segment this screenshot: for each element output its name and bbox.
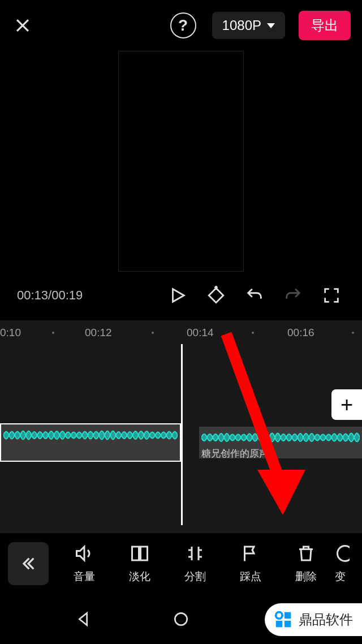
tool-fade[interactable]: 淡化 — [112, 543, 167, 584]
add-clip-button[interactable]: + — [331, 389, 362, 420]
preview-area — [0, 51, 362, 272]
close-button[interactable] — [11, 14, 34, 37]
ruler-dot — [52, 332, 54, 334]
video-preview[interactable] — [118, 51, 244, 272]
tool-delete[interactable]: 删除 — [278, 543, 334, 584]
ruler-dot — [152, 332, 154, 334]
svg-rect-9 — [285, 612, 291, 619]
waveform-icon — [3, 427, 178, 444]
nav-back-button[interactable] — [70, 606, 96, 632]
ruler-tick: 00:12 — [85, 327, 112, 339]
toolbar-back-button[interactable] — [8, 542, 49, 585]
watermark-logo-icon — [273, 609, 294, 630]
ruler-dot — [252, 332, 254, 334]
tool-beat[interactable]: 踩点 — [223, 543, 278, 584]
tool-volume[interactable]: 音量 — [57, 543, 112, 584]
clip-title: 糖兄创作的原声 — [201, 447, 269, 460]
undo-button[interactable] — [241, 282, 268, 309]
chevron-down-icon — [267, 23, 275, 28]
svg-point-6 — [175, 613, 187, 625]
fullscreen-button[interactable] — [318, 282, 345, 309]
help-button[interactable]: ? — [170, 12, 196, 38]
timeline-area[interactable]: + 糖兄创作的原声 — [0, 344, 362, 548]
nav-home-button[interactable] — [168, 606, 194, 632]
keyframe-button[interactable] — [202, 282, 230, 309]
resolution-value: 1080P — [222, 18, 261, 33]
svg-point-5 — [338, 546, 350, 561]
ruler-tick: 0:10 — [0, 327, 21, 339]
redo-button[interactable] — [279, 282, 307, 309]
timeline-ruler[interactable]: 0:10 00:12 00:14 00:16 — [0, 320, 362, 344]
play-controls: 00:13/00:19 — [0, 272, 362, 320]
watermark-badge: 鼎品软件 — [265, 603, 362, 636]
svg-point-8 — [276, 612, 282, 619]
ruler-tick: 00:14 — [187, 327, 214, 339]
edit-toolbar: 音量 淡化 分割 踩点 删除 变 — [0, 533, 362, 594]
ruler-dot — [352, 332, 354, 334]
play-button[interactable] — [164, 282, 191, 309]
svg-rect-10 — [276, 621, 282, 627]
svg-rect-4 — [141, 547, 148, 560]
svg-rect-3 — [132, 547, 139, 560]
tool-speed[interactable]: 变 — [334, 543, 350, 584]
top-bar: ? 1080P 导出 — [0, 0, 362, 51]
ruler-tick: 00:16 — [287, 327, 314, 339]
tool-split[interactable]: 分割 — [167, 543, 223, 584]
svg-rect-11 — [285, 621, 291, 627]
waveform-icon — [201, 429, 360, 446]
playhead[interactable] — [181, 344, 183, 525]
timecode: 00:13/00:19 — [17, 288, 83, 303]
audio-clip-selected[interactable] — [0, 423, 181, 462]
export-button[interactable]: 导出 — [299, 11, 351, 40]
resolution-select[interactable]: 1080P — [212, 12, 285, 39]
watermark-text: 鼎品软件 — [299, 611, 353, 629]
